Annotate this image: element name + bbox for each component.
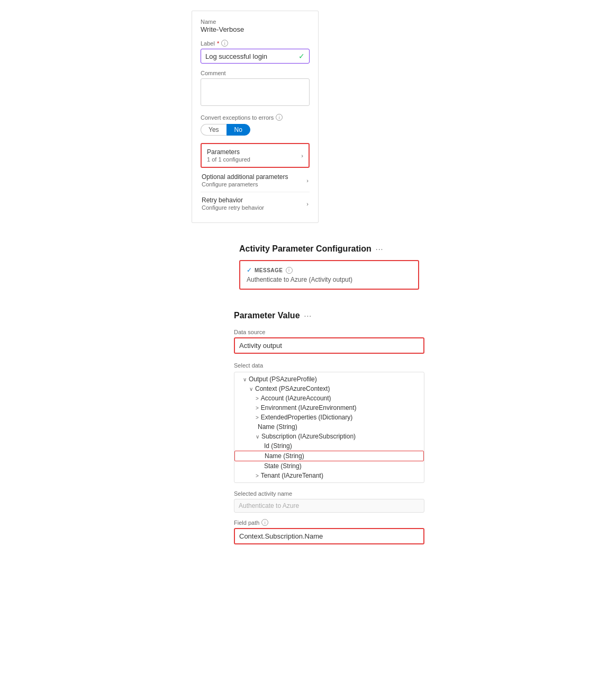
convert-info-icon[interactable]: i bbox=[276, 114, 283, 121]
message-header: ✓ MESSAGE i bbox=[247, 266, 412, 274]
message-label: MESSAGE bbox=[255, 267, 283, 273]
retry-chevron-icon: › bbox=[306, 201, 309, 207]
tree-item-label: State (String) bbox=[264, 462, 302, 470]
chevron-icon: > bbox=[256, 415, 259, 420]
selected-activity-value: Authenticate to Azure bbox=[234, 499, 424, 513]
no-toggle[interactable]: No bbox=[227, 124, 250, 136]
tree-item-label: Context (PSAzureContext) bbox=[255, 385, 330, 392]
selected-activity-label: Selected activity name bbox=[234, 490, 424, 497]
params-chevron-icon: › bbox=[301, 153, 303, 159]
pv-ellipsis-btn[interactable]: ··· bbox=[304, 311, 312, 320]
tree-item[interactable]: ∨ Context (PSAzureContext) bbox=[234, 384, 424, 393]
apc-section: Activity Parameter Configuration ··· ✓ M… bbox=[239, 244, 419, 290]
tree-item-label: ExtendedProperties (IDictionary) bbox=[261, 414, 352, 421]
label-field-text: Label bbox=[201, 40, 215, 47]
tree-item[interactable]: > Tenant (IAzureTenant) bbox=[234, 471, 424, 480]
parameters-section[interactable]: Parameters 1 of 1 configured › bbox=[201, 143, 310, 168]
pv-title: Parameter Value bbox=[234, 311, 300, 320]
retry-title: Retry behavior bbox=[202, 196, 306, 204]
activity-panel: Name Write-Verbose Label * i Log success… bbox=[192, 11, 319, 223]
field-path-info-icon[interactable]: i bbox=[261, 519, 268, 526]
optional-subtitle: Configure parameters bbox=[202, 181, 306, 187]
ds-input[interactable] bbox=[235, 338, 423, 353]
label-check-icon: ✓ bbox=[298, 52, 305, 60]
apc-title-row: Activity Parameter Configuration ··· bbox=[239, 244, 419, 254]
tree-item-label: Id (String) bbox=[264, 442, 292, 450]
apc-title: Activity Parameter Configuration bbox=[239, 244, 372, 254]
tree-item-label: Tenant (IAzureTenant) bbox=[261, 472, 323, 479]
convert-exceptions-label: Convert exceptions to errors i bbox=[201, 114, 310, 121]
retry-behavior-row[interactable]: Retry behavior Configure retry behavior … bbox=[201, 192, 310, 215]
ds-input-wrapper[interactable] bbox=[234, 337, 424, 354]
tree-item-label: Subscription (IAzureSubscription) bbox=[261, 433, 356, 440]
comment-textarea[interactable] bbox=[201, 78, 310, 106]
select-data-label: Select data bbox=[234, 362, 424, 369]
ds-label: Data source bbox=[234, 329, 424, 335]
tree-item[interactable]: ∨ Subscription (IAzureSubscription) bbox=[234, 432, 424, 441]
retry-subtitle: Configure retry behavior bbox=[202, 204, 306, 211]
chevron-icon: > bbox=[256, 405, 259, 411]
tree-item-label: Environment (IAzureEnvironment) bbox=[261, 404, 357, 411]
params-title: Parameters bbox=[207, 148, 301, 156]
params-subtitle: 1 of 1 configured bbox=[207, 156, 301, 163]
tree-item[interactable]: ∨ Output (PSAzureProfile) bbox=[234, 374, 424, 384]
pv-section: Parameter Value ··· Data source Select d… bbox=[234, 311, 424, 544]
tree-item-label: Name (String) bbox=[265, 452, 304, 460]
comment-label: Comment bbox=[201, 70, 310, 76]
optional-title: Optional additional parameters bbox=[202, 173, 306, 181]
tree-item[interactable]: Name (String) bbox=[234, 422, 424, 432]
tree-item-label: Output (PSAzureProfile) bbox=[249, 375, 317, 383]
optional-chevron-icon: › bbox=[306, 177, 309, 184]
field-path-label-text: Field path bbox=[234, 520, 259, 526]
message-card: ✓ MESSAGE i Authenticate to Azure (Activ… bbox=[239, 260, 419, 290]
label-row: Label * i bbox=[201, 40, 310, 47]
name-value: Write-Verbose bbox=[201, 25, 310, 33]
message-info-icon[interactable]: i bbox=[286, 267, 293, 274]
name-label: Name bbox=[201, 19, 310, 25]
tree-item[interactable]: Id (String) bbox=[234, 441, 424, 451]
tree-item[interactable]: > ExtendedProperties (IDictionary) bbox=[234, 413, 424, 422]
chevron-icon: > bbox=[256, 396, 259, 401]
message-value: Authenticate to Azure (Activity output) bbox=[247, 276, 412, 283]
chevron-icon: ∨ bbox=[256, 434, 259, 440]
parameters-row[interactable]: Parameters 1 of 1 configured › bbox=[202, 144, 309, 167]
apc-ellipsis-btn[interactable]: ··· bbox=[376, 245, 384, 253]
field-path-label-row: Field path i bbox=[234, 519, 424, 526]
chevron-icon: > bbox=[256, 473, 259, 479]
toggle-group: Yes No bbox=[201, 124, 310, 136]
chevron-icon: ∨ bbox=[249, 386, 253, 392]
field-path-input-wrapper[interactable] bbox=[234, 528, 424, 544]
yes-toggle[interactable]: Yes bbox=[201, 124, 227, 136]
optional-params-row[interactable]: Optional additional parameters Configure… bbox=[201, 169, 310, 192]
tree-container: ∨ Output (PSAzureProfile) ∨ Context (PSA… bbox=[234, 372, 424, 483]
label-info-icon[interactable]: i bbox=[221, 40, 228, 47]
label-input[interactable]: Log successful login ✓ bbox=[201, 49, 310, 64]
tree-item-label: Name (String) bbox=[258, 423, 297, 431]
tree-item[interactable]: State (String) bbox=[234, 461, 424, 471]
page-container: Name Write-Verbose Label * i Log success… bbox=[0, 0, 616, 566]
chevron-icon: ∨ bbox=[243, 377, 247, 382]
label-input-value: Log successful login bbox=[205, 52, 267, 60]
pv-title-row: Parameter Value ··· bbox=[234, 311, 424, 320]
tree-item-selected[interactable]: Name (String) bbox=[234, 451, 424, 461]
tree-item[interactable]: > Environment (IAzureEnvironment) bbox=[234, 403, 424, 413]
tree-item-label: Account (IAzureAccount) bbox=[261, 395, 331, 402]
required-star: * bbox=[217, 40, 219, 47]
field-path-input[interactable] bbox=[235, 529, 423, 543]
message-check-icon: ✓ bbox=[247, 266, 252, 274]
tree-item[interactable]: > Account (IAzureAccount) bbox=[234, 393, 424, 403]
